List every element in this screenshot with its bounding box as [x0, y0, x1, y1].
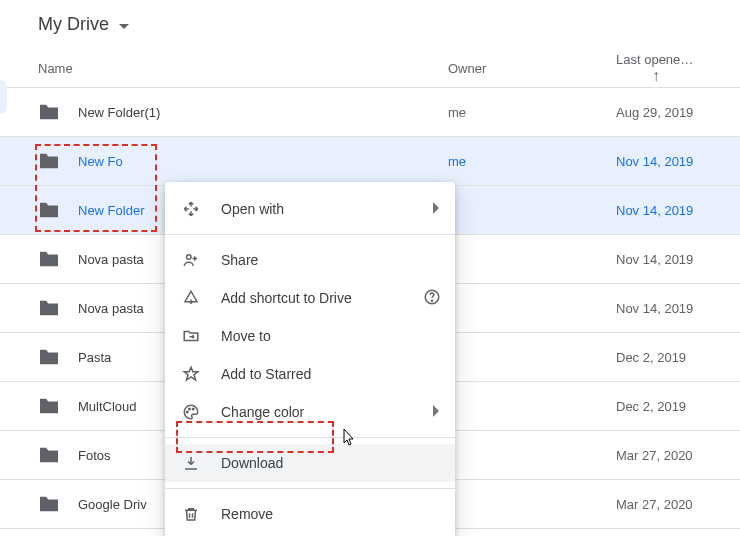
file-name: Fotos — [78, 448, 111, 463]
open-with-icon — [181, 199, 201, 219]
column-header-owner[interactable]: Owner — [448, 61, 616, 76]
file-date: Nov 14, 2019 — [616, 301, 740, 316]
file-date: Nov 14, 2019 — [616, 252, 740, 267]
file-owner: me — [448, 154, 616, 169]
svg-point-8 — [189, 408, 191, 410]
file-date: Mar 27, 2020 — [616, 497, 740, 512]
file-name: New Folder(1) — [78, 105, 160, 120]
chevron-right-icon — [433, 201, 441, 217]
file-date: Nov 14, 2019 — [616, 203, 740, 218]
folder-icon — [38, 103, 60, 121]
palette-icon — [181, 402, 201, 422]
cursor-pointer-icon — [338, 427, 358, 454]
menu-label: Open with — [221, 201, 284, 217]
file-date: Nov 14, 2019 — [616, 154, 740, 169]
add-shortcut-icon — [181, 288, 201, 308]
file-owner: me — [448, 105, 616, 120]
folder-icon — [38, 250, 60, 268]
file-name: New Folder — [78, 203, 144, 218]
file-date: Aug 29, 2019 — [616, 105, 740, 120]
svg-point-9 — [193, 408, 195, 410]
table-row[interactable]: New Folder(1)meAug 29, 2019 — [0, 88, 740, 137]
menu-label: Add to Starred — [221, 366, 311, 382]
partial-blue-pill — [0, 80, 7, 114]
file-name: Nova pasta — [78, 301, 144, 316]
file-name: Nova pasta — [78, 252, 144, 267]
breadcrumb-title: My Drive — [38, 14, 109, 35]
menu-change-color[interactable]: Change color — [165, 393, 455, 431]
menu-download[interactable]: Download — [165, 444, 455, 482]
help-icon[interactable] — [423, 288, 441, 309]
folder-icon — [38, 446, 60, 464]
menu-move-to[interactable]: Move to — [165, 317, 455, 355]
folder-icon — [38, 299, 60, 317]
trash-icon — [181, 504, 201, 524]
menu-separator — [165, 437, 455, 438]
menu-separator — [165, 488, 455, 489]
menu-label: Share — [221, 252, 258, 268]
svg-point-7 — [187, 411, 189, 413]
column-header-date[interactable]: Last opene… ↑ — [616, 52, 740, 85]
download-icon — [181, 453, 201, 473]
file-date: Mar 27, 2020 — [616, 448, 740, 463]
file-name: Google Driv — [78, 497, 147, 512]
menu-add-starred[interactable]: Add to Starred — [165, 355, 455, 393]
menu-add-shortcut[interactable]: Add shortcut to Drive — [165, 279, 455, 317]
folder-icon — [38, 201, 60, 219]
folder-icon — [38, 495, 60, 513]
folder-icon — [38, 397, 60, 415]
table-row[interactable]: New FomeNov 14, 2019 — [0, 137, 740, 186]
folder-icon — [38, 152, 60, 170]
file-name: New Fo — [78, 154, 123, 169]
file-name: Pasta — [78, 350, 111, 365]
menu-open-with[interactable]: Open with — [165, 190, 455, 228]
sort-arrow-up-icon[interactable]: ↑ — [652, 67, 660, 84]
menu-label: Add shortcut to Drive — [221, 290, 352, 306]
share-icon — [181, 250, 201, 270]
menu-share[interactable]: Share — [165, 241, 455, 279]
caret-down-icon — [119, 14, 129, 35]
column-header-row: Name Owner Last opene… ↑ — [0, 49, 740, 88]
chevron-right-icon — [433, 404, 441, 420]
move-to-icon — [181, 326, 201, 346]
file-date: Dec 2, 2019 — [616, 350, 740, 365]
svg-point-6 — [431, 300, 432, 301]
svg-point-0 — [187, 255, 192, 260]
folder-icon — [38, 348, 60, 366]
menu-separator — [165, 234, 455, 235]
file-date: Dec 2, 2019 — [616, 399, 740, 414]
file-name: MultCloud — [78, 399, 137, 414]
star-icon — [181, 364, 201, 384]
menu-label: Download — [221, 455, 283, 471]
menu-label: Change color — [221, 404, 304, 420]
context-menu: Open with Share Add shortcut to Drive Mo… — [165, 182, 455, 536]
menu-remove[interactable]: Remove — [165, 495, 455, 533]
menu-label: Remove — [221, 506, 273, 522]
column-header-name[interactable]: Name — [0, 61, 448, 76]
menu-label: Move to — [221, 328, 271, 344]
breadcrumb[interactable]: My Drive — [0, 0, 740, 49]
